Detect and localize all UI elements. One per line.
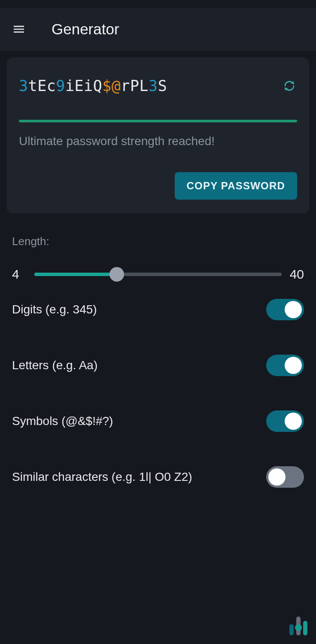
option-row-symbols: Symbols (@&$!#?) [7,393,309,449]
regenerate-button[interactable] [282,78,297,94]
generated-password: 3tEc9iEiQ$@rPL3S [19,78,167,94]
option-row-letters: Letters (e.g. Aa) [7,337,309,393]
option-label-similar: Similar characters (e.g. 1l| O0 Z2) [12,470,192,484]
app-watermark [289,617,307,635]
length-max: 40 [287,267,304,282]
toggle-symbols[interactable] [266,410,304,432]
option-row-similar: Similar characters (e.g. 1l| O0 Z2) [7,449,309,505]
password-card: 3tEc9iEiQ$@rPL3S Ultimate password stren… [7,58,309,213]
option-row-digits: Digits (e.g. 345) [7,282,309,337]
toggle-digits[interactable] [266,299,304,320]
length-slider[interactable] [34,267,282,282]
strength-meter [19,120,297,122]
hamburger-icon [12,22,26,36]
refresh-icon [283,79,296,92]
option-label-letters: Letters (e.g. Aa) [12,358,97,372]
page-title: Generator [52,21,119,38]
toggle-letters[interactable] [266,355,304,376]
option-label-digits: Digits (e.g. 345) [12,303,97,316]
app-bar: Generator [0,8,316,51]
menu-button[interactable] [10,21,27,38]
copy-password-button[interactable]: COPY PASSWORD [175,172,297,200]
toggle-similar[interactable] [266,466,304,488]
length-min: 4 [12,267,29,282]
length-label: Length: [12,235,304,248]
strength-text: Ultimate password strength reached! [19,134,297,148]
option-label-symbols: Symbols (@&$!#?) [12,414,113,428]
